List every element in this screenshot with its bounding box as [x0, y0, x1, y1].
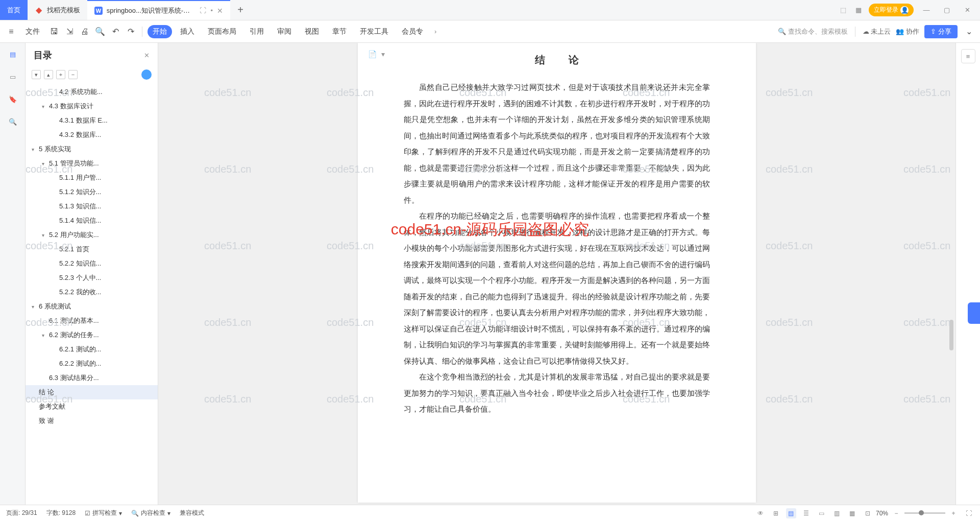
collapse-all-icon[interactable]: ▾ [32, 70, 41, 79]
collab-button[interactable]: 👥 协作 [896, 27, 919, 36]
add-tab-button[interactable]: + [230, 0, 251, 20]
sidebar-close-icon[interactable]: ✕ [144, 52, 150, 59]
toc-item[interactable]: 致 谢 [26, 414, 158, 428]
tab-document[interactable]: W springboo...知识管理系统-论文 ⛶ • ✕ [87, 0, 230, 20]
document-viewport[interactable]: 📄 ▾ 结 论 虽然自己已经接触并大致学习过网页技术，但是对于该项技术目前来说还… [158, 43, 955, 505]
view-page-icon[interactable]: ▤ [786, 508, 796, 518]
share-button[interactable]: ⇧ 分享 [924, 25, 958, 38]
toc-item[interactable]: ▾4.3 数据库设计 [26, 99, 158, 113]
undo-icon[interactable]: ↶ [109, 26, 121, 38]
scrollbar-vertical[interactable] [948, 46, 954, 503]
close-window-button[interactable]: ✕ [960, 6, 975, 14]
fullscreen-icon[interactable]: ⛶ [964, 508, 974, 518]
toc-item[interactable]: ▾6 系统测试 [26, 299, 158, 314]
toc-item[interactable]: 5.1.4 知识信... [26, 214, 158, 228]
toc-item[interactable]: ▾5 系统实现 [26, 142, 158, 156]
toc-item[interactable]: 参考文献 [26, 399, 158, 414]
search-rail-icon[interactable]: 🔍 [7, 115, 19, 128]
chat-icon[interactable] [141, 69, 152, 80]
tab-docao[interactable]: ◆ 找稻壳模板 [28, 0, 87, 20]
panel-icon[interactable]: ⬚ [838, 5, 848, 15]
page-dropdown-icon[interactable]: ▾ [381, 50, 390, 59]
feedback-tab[interactable] [968, 302, 980, 324]
view-read-icon[interactable]: ▥ [832, 508, 842, 518]
menu-会员专[interactable]: 会员专 [397, 25, 428, 38]
sidebar-tools: ▾ ▴ + − [26, 67, 158, 82]
expand-all-icon[interactable]: ▴ [44, 70, 53, 79]
toc-item[interactable]: 6.2.2 测试的... [26, 357, 158, 371]
toc-item[interactable]: ▾5.1 管理员功能... [26, 156, 158, 171]
page-indicator[interactable]: 页面: 29/31 [6, 509, 37, 517]
toc-item[interactable]: ▾6.2 测试的任务... [26, 328, 158, 342]
toc-item[interactable]: 5.2.3 个人中... [26, 271, 158, 285]
toc-item[interactable]: 5.1.2 知识分... [26, 185, 158, 199]
eye-icon[interactable]: 👁 [755, 508, 766, 518]
menu-icon[interactable]: ≡ [5, 26, 17, 38]
cloud-status[interactable]: ☁ 未上云 [863, 27, 891, 36]
sidebar-title: 目录 [34, 49, 52, 61]
menu-章节[interactable]: 章节 [327, 25, 352, 38]
toc-item[interactable]: 5.1.1 用户管... [26, 171, 158, 185]
toc-item[interactable]: ▾5.2 用户功能实... [26, 228, 158, 242]
menu-页面布局[interactable]: 页面布局 [203, 25, 241, 38]
export-icon[interactable]: ⇲ [63, 26, 76, 38]
minimize-button[interactable]: — [919, 6, 934, 14]
save-icon[interactable]: 🖫 [48, 26, 60, 38]
page-tool-icon[interactable]: 📄 [368, 50, 377, 59]
apps-icon[interactable]: ▦ [853, 5, 864, 15]
toc-item[interactable]: 4.3.1 数据库 E... [26, 113, 158, 128]
redo-icon[interactable]: ↷ [125, 26, 137, 38]
zoom-control: ⊡ 70% − + [863, 508, 959, 518]
toc-item[interactable]: 6.3 测试结果分... [26, 371, 158, 385]
divider [142, 27, 142, 37]
menu-视图[interactable]: 视图 [300, 25, 324, 38]
properties-icon[interactable]: ≡ [961, 49, 975, 63]
nav-icon[interactable]: ⊞ [771, 508, 781, 518]
tab-home[interactable]: 首页 [0, 0, 28, 20]
toc-item[interactable]: 6.1 测试的基本... [26, 314, 158, 328]
login-button[interactable]: 立即登录 👤 [869, 4, 914, 16]
menu-审阅[interactable]: 审阅 [272, 25, 297, 38]
expand-icon[interactable]: ⌄ [963, 26, 975, 38]
spellcheck-button[interactable]: ☑ 拼写检查 ▾ [85, 509, 122, 517]
remove-icon[interactable]: − [68, 70, 78, 79]
flame-icon: ◆ [35, 6, 43, 14]
maximize-button[interactable]: ▢ [939, 6, 954, 14]
zoom-reset-icon[interactable]: ⊡ [863, 508, 873, 518]
print-icon[interactable]: 🖨 [79, 26, 91, 38]
toc-item[interactable]: 5.1.3 知识信... [26, 199, 158, 214]
toc-item[interactable]: 5.2.1 首页 [26, 242, 158, 256]
add-icon[interactable]: + [56, 70, 65, 79]
word-count[interactable]: 字数: 9128 [46, 509, 76, 517]
menu-引用[interactable]: 引用 [244, 25, 269, 38]
toc-item[interactable]: 4.2 系统功能... [26, 85, 158, 99]
menu-开始[interactable]: 开始 [148, 25, 172, 38]
menu-nav-right-icon[interactable]: › [431, 28, 439, 35]
view-outline-icon[interactable]: ☰ [801, 508, 812, 518]
toc-item[interactable]: 5.2.2 我的收... [26, 285, 158, 299]
word-icon: W [94, 7, 103, 15]
close-icon[interactable]: ✕ [217, 7, 223, 15]
toc-item[interactable]: 4.3.2 数据库... [26, 128, 158, 142]
preview-icon[interactable]: 🔍 [94, 26, 106, 38]
divider [855, 27, 855, 37]
zoom-value[interactable]: 70% [876, 510, 888, 517]
bookmark-icon[interactable]: 🔖 [7, 93, 19, 105]
outline-icon[interactable]: ▤ [7, 48, 19, 60]
menu-插入[interactable]: 插入 [175, 25, 200, 38]
zoom-out-icon[interactable]: − [891, 508, 901, 518]
compat-mode[interactable]: 兼容模式 [180, 509, 204, 517]
doc-heading: 结 论 [404, 53, 710, 67]
zoom-in-icon[interactable]: + [948, 508, 959, 518]
slide-icon[interactable]: ▭ [7, 70, 19, 83]
toc-item[interactable]: 6.2.1 测试的... [26, 342, 158, 357]
file-menu[interactable]: 文件 [20, 25, 45, 38]
search-box[interactable]: 🔍 查找命令、搜索模板 [778, 27, 848, 36]
contentcheck-button[interactable]: 🔍 内容检查 ▾ [131, 509, 170, 517]
view-comment-icon[interactable]: ▦ [847, 508, 857, 518]
view-web-icon[interactable]: ▭ [817, 508, 827, 518]
toc-item[interactable]: 结 论 [26, 385, 158, 399]
toc-item[interactable]: 5.2.2 知识信... [26, 256, 158, 271]
menu-开发工具[interactable]: 开发工具 [355, 25, 394, 38]
zoom-slider[interactable] [904, 512, 945, 514]
